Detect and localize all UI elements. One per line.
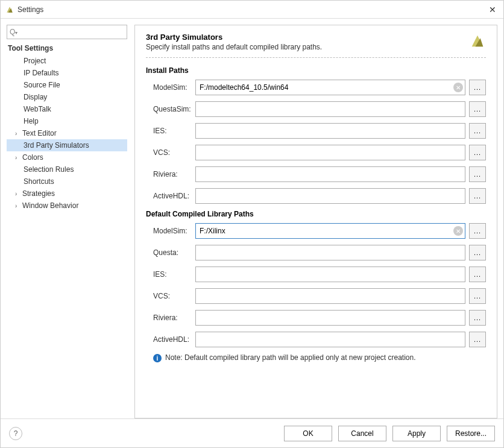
tree-item-text-editor[interactable]: ›Text Editor — [7, 127, 127, 139]
tree-item-label: Project — [24, 57, 46, 65]
tree-item-selection-rules[interactable]: Selection Rules — [7, 163, 127, 175]
ok-button[interactable]: OK — [284, 426, 332, 441]
browse-button[interactable]: ... — [469, 188, 486, 204]
search-input[interactable] — [10, 28, 124, 36]
restore-button[interactable]: Restore... — [447, 426, 495, 441]
libpath-row: VCS:... — [146, 288, 486, 304]
browse-button[interactable]: ... — [469, 101, 486, 117]
main-area: Q▾ Tool Settings ProjectIP DefaultsSourc… — [1, 19, 503, 418]
tree-item-shortcuts[interactable]: Shortcuts — [7, 175, 127, 188]
install-label: Riviera: — [146, 170, 195, 178]
browse-button[interactable]: ... — [469, 166, 486, 182]
browse-button[interactable]: ... — [469, 288, 486, 304]
browse-button[interactable]: ... — [469, 123, 486, 139]
install-input[interactable] — [195, 123, 465, 139]
install-label: ModelSim: — [146, 83, 195, 92]
libpath-row: IES:... — [146, 267, 486, 282]
libpath-input[interactable] — [195, 332, 465, 347]
install-input[interactable] — [195, 80, 465, 95]
install-input[interactable] — [195, 166, 465, 182]
install-row: Riviera:... — [146, 166, 486, 182]
install-row: ActiveHDL:... — [146, 188, 486, 204]
tree-item-label: Colors — [22, 153, 43, 162]
browse-button[interactable]: ... — [469, 145, 486, 160]
libpath-row: ActiveHDL:... — [146, 332, 486, 347]
app-icon — [5, 5, 14, 14]
tree-item-label: Text Editor — [22, 129, 57, 137]
browse-button[interactable]: ... — [469, 80, 486, 95]
browse-button[interactable]: ... — [469, 310, 486, 326]
clear-icon[interactable]: ✕ — [453, 226, 463, 236]
tree-item-label: Source File — [24, 81, 60, 89]
tree-item-webtalk[interactable]: WebTalk — [7, 103, 127, 115]
install-row: ModelSim:✕... — [146, 80, 486, 95]
browse-button[interactable]: ... — [469, 245, 486, 260]
help-button[interactable]: ? — [9, 427, 22, 440]
chevron-right-icon: › — [15, 191, 21, 197]
search-box[interactable]: Q▾ — [7, 25, 127, 39]
tree-item-label: Strategies — [22, 189, 55, 198]
content-panel: 3rd Party Simulators Specify install pat… — [134, 25, 497, 418]
libpath-label: VCS: — [146, 292, 195, 300]
page-title: 3rd Party Simulators — [146, 33, 463, 42]
install-input[interactable] — [195, 101, 465, 117]
clear-icon[interactable]: ✕ — [453, 83, 463, 92]
libpath-input[interactable] — [195, 288, 465, 304]
page-description: Specify install paths and default compil… — [146, 43, 463, 51]
search-icon: Q▾ — [10, 28, 18, 36]
tree-item-display[interactable]: Display — [7, 91, 127, 103]
tree-item-label: Display — [24, 93, 47, 101]
window-title: Settings — [17, 5, 487, 14]
cancel-button[interactable]: Cancel — [338, 426, 386, 441]
chevron-right-icon: › — [15, 203, 21, 209]
tree-item-label: Shortcuts — [24, 177, 54, 186]
install-row: IES:... — [146, 123, 486, 139]
title-bar: Settings ✕ — [1, 1, 503, 19]
tree-item-3rd-party-simulators[interactable]: 3rd Party Simulators — [7, 139, 127, 151]
tree-item-help[interactable]: Help — [7, 115, 127, 127]
libpath-label: Riviera: — [146, 314, 195, 322]
info-icon: i — [153, 354, 162, 362]
tree-item-strategies[interactable]: ›Strategies — [7, 188, 127, 200]
libpath-input[interactable] — [195, 310, 465, 326]
install-label: QuestaSim: — [146, 105, 195, 113]
libpath-label: Questa: — [146, 248, 195, 257]
browse-button[interactable]: ... — [469, 267, 486, 282]
libpath-row: Riviera:... — [146, 310, 486, 326]
libpath-row: ModelSim:✕... — [146, 223, 486, 239]
tree-item-label: Window Behavior — [22, 201, 78, 210]
browse-button[interactable]: ... — [469, 332, 486, 347]
close-icon[interactable]: ✕ — [487, 5, 499, 14]
libpath-row: Questa:... — [146, 245, 486, 260]
apply-button[interactable]: Apply — [392, 426, 441, 441]
tree-item-label: Selection Rules — [24, 165, 74, 174]
tree-item-colors[interactable]: ›Colors — [7, 151, 127, 163]
libpath-input[interactable] — [195, 223, 465, 239]
install-input[interactable] — [195, 145, 465, 160]
note-text: Note: Default compiled library path will… — [165, 353, 416, 362]
sidebar: Q▾ Tool Settings ProjectIP DefaultsSourc… — [7, 25, 127, 418]
tree-heading: Tool Settings — [7, 42, 127, 55]
lib-paths-heading: Default Compiled Library Paths — [146, 210, 486, 218]
install-label: IES: — [146, 127, 195, 135]
install-label: VCS: — [146, 148, 195, 157]
libpath-label: IES: — [146, 270, 195, 279]
install-input[interactable] — [195, 188, 465, 204]
footer: ? OK Cancel Apply Restore... — [1, 418, 503, 447]
settings-tree: Tool Settings ProjectIP DefaultsSource F… — [7, 42, 127, 418]
tree-item-window-behavior[interactable]: ›Window Behavior — [7, 200, 127, 212]
tree-item-label: 3rd Party Simulators — [24, 141, 89, 150]
libpath-input[interactable] — [195, 267, 465, 282]
tree-item-project[interactable]: Project — [7, 55, 127, 67]
tree-item-label: Help — [24, 117, 39, 125]
tree-item-source-file[interactable]: Source File — [7, 79, 127, 91]
tree-item-ip-defaults[interactable]: IP Defaults — [7, 67, 127, 79]
libpath-input[interactable] — [195, 245, 465, 260]
divider — [146, 57, 486, 58]
tree-item-label: IP Defaults — [24, 69, 58, 77]
browse-button[interactable]: ... — [469, 223, 486, 239]
libpath-label: ModelSim: — [146, 227, 195, 235]
install-label: ActiveHDL: — [146, 192, 195, 200]
install-paths-heading: Install Paths — [146, 66, 486, 75]
install-row: VCS:... — [146, 145, 486, 160]
